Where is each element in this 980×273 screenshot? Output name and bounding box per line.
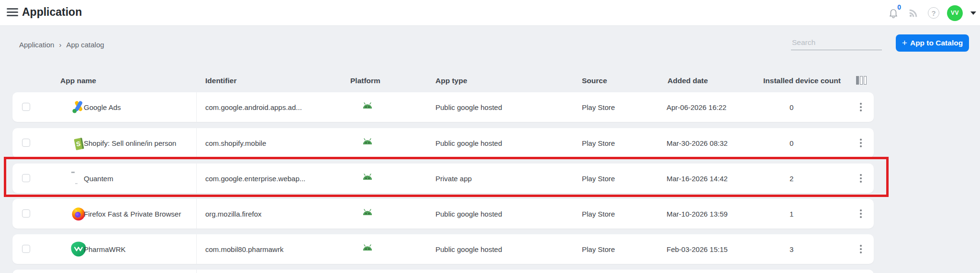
identifier: com.google.android.apps.ad... — [205, 103, 302, 111]
android-platform-icon — [362, 174, 373, 181]
android-platform-icon — [362, 244, 373, 251]
table-row-highlighted[interactable]: Quantem com.google.enterprise.webap... P… — [12, 164, 874, 193]
identifier: com.google.enterprise.webap... — [205, 175, 305, 183]
user-avatar[interactable]: VV — [947, 5, 963, 21]
identifier: com.shopify.mobile — [205, 139, 266, 147]
installed-device-count: 0 — [790, 103, 793, 111]
table-row[interactable]: Google Ads com.google.android.apps.ad...… — [12, 92, 874, 122]
app-name: Quantem — [84, 175, 113, 183]
menu-icon[interactable] — [7, 8, 18, 17]
added-date: Feb-03-2026 15:15 — [667, 245, 728, 253]
topbar: Application 0 ? VV — [0, 0, 980, 26]
column-header-app-type: App type — [435, 76, 467, 85]
app-name: PharmaWRK — [84, 245, 126, 253]
column-header-platform: Platform — [350, 76, 380, 85]
added-date: Mar-16-2026 14:42 — [667, 175, 728, 183]
table-row[interactable]: Firefox Fast & Private Browser org.mozil… — [12, 199, 874, 229]
topbar-actions: 0 ? VV — [887, 0, 976, 26]
app-type: Public google hosted — [435, 139, 502, 147]
page-title: Application — [22, 6, 82, 19]
app-type: Public google hosted — [435, 210, 502, 218]
row-checkbox[interactable] — [22, 103, 30, 111]
app-name: Firefox Fast & Private Browser — [84, 210, 181, 218]
column-divider — [196, 270, 197, 273]
app-name: Google Ads — [84, 103, 121, 111]
android-platform-icon — [362, 209, 373, 216]
column-header-installed-device-count: Installed device count — [763, 76, 841, 85]
breadcrumb-separator-icon: › — [59, 41, 61, 49]
add-app-to-catalog-button[interactable]: + App to Catalog — [896, 34, 969, 52]
column-header-source: Source — [582, 76, 607, 85]
breadcrumb: Application › App catalog — [19, 41, 104, 49]
column-settings-icon[interactable] — [856, 76, 867, 85]
account-chevron-down-icon[interactable] — [970, 11, 976, 15]
installed-device-count: 1 — [790, 210, 793, 218]
help-icon[interactable]: ? — [927, 6, 940, 20]
row-checkbox[interactable] — [22, 245, 30, 253]
android-platform-icon — [362, 102, 373, 109]
row-checkbox[interactable] — [22, 139, 30, 147]
row-checkbox[interactable] — [22, 209, 30, 218]
notifications-bell-icon[interactable]: 0 — [887, 6, 900, 20]
added-date: Mar-30-2026 08:32 — [667, 139, 728, 147]
source: Play Store — [582, 103, 615, 111]
add-button-label: App to Catalog — [910, 39, 963, 47]
row-actions-kebab-icon[interactable] — [858, 173, 864, 184]
row-checkbox[interactable] — [22, 174, 30, 182]
column-header-app-name: App name — [60, 76, 96, 85]
app-catalog-page: Application › App catalog + App to Catal… — [0, 26, 980, 273]
installed-device-count: 3 — [790, 245, 793, 253]
app-type: Public google hosted — [435, 245, 502, 253]
column-divider — [196, 199, 197, 229]
notification-badge: 0 — [897, 3, 901, 11]
added-date: Mar-10-2026 13:59 — [667, 210, 728, 218]
app-type: Private app — [435, 175, 472, 183]
column-header-identifier: Identifier — [205, 76, 236, 85]
android-platform-icon — [362, 138, 373, 145]
table-row[interactable]: S Shopify: Sell online/in person com.sho… — [12, 128, 874, 158]
column-divider — [196, 92, 197, 122]
installed-device-count: 2 — [790, 175, 793, 183]
app-name: Shopify: Sell online/in person — [84, 139, 176, 147]
table-header: App name Identifier Platform App type So… — [0, 72, 980, 91]
source: Play Store — [582, 245, 615, 253]
identifier: org.mozilla.firefox — [205, 210, 262, 218]
row-actions-kebab-icon[interactable] — [858, 208, 864, 219]
installed-device-count: 0 — [790, 139, 793, 147]
source: Play Store — [582, 210, 615, 218]
source: Play Store — [582, 175, 615, 183]
breadcrumb-application[interactable]: Application — [19, 41, 54, 49]
breadcrumb-app-catalog[interactable]: App catalog — [66, 41, 104, 49]
column-divider — [196, 128, 197, 158]
feed-rss-icon[interactable] — [907, 6, 920, 20]
row-actions-kebab-icon[interactable] — [858, 243, 864, 255]
added-date: Apr-06-2026 16:22 — [667, 103, 726, 111]
plus-icon: + — [902, 38, 907, 47]
column-divider — [196, 164, 197, 193]
column-header-added-date: Added date — [668, 76, 708, 85]
identifier: com.mobil80.pharmawrk — [205, 245, 283, 253]
row-actions-kebab-icon[interactable] — [858, 101, 864, 113]
column-divider — [196, 234, 197, 264]
table-row-partial[interactable] — [12, 270, 874, 273]
table-row[interactable]: PharmaWRK com.mobil80.pharmawrk Public g… — [12, 234, 874, 264]
search-input[interactable] — [791, 35, 882, 50]
source: Play Store — [582, 139, 615, 147]
row-actions-kebab-icon[interactable] — [858, 137, 864, 149]
search-field-wrap — [791, 35, 882, 50]
app-type: Public google hosted — [435, 103, 502, 111]
